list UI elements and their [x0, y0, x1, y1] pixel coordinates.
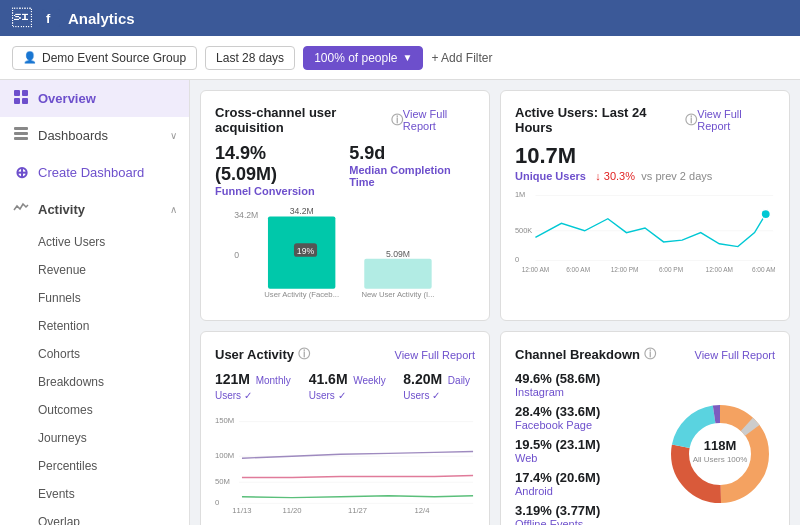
user-activity-header: User Activity ⓘ View Full Report [215, 346, 475, 363]
unique-users-label: Unique Users [515, 170, 586, 182]
sidebar-sub-item-revenue[interactable]: Revenue [0, 256, 189, 284]
user-activity-metrics: 121M Monthly Users ✓ 41.6M Weekly Users … [215, 371, 475, 402]
sidebar-sub-item-cohorts[interactable]: Cohorts [0, 340, 189, 368]
svg-text:All Users 100%: All Users 100% [693, 455, 748, 464]
date-range-button[interactable]: Last 28 days [205, 46, 295, 70]
info-icon-active: ⓘ [685, 112, 697, 129]
svg-text:11/27: 11/27 [348, 506, 367, 515]
sidebar-sub-item-events[interactable]: Events [0, 480, 189, 508]
change-value: ↓ 30.3% [595, 170, 635, 182]
active-users-card: Active Users: Last 24 Hours ⓘ View Full … [500, 90, 790, 321]
channel-breakdown-card: Channel Breakdown ⓘ View Full Report 49.… [500, 331, 790, 525]
sidebar-item-activity[interactable]: Activity ∧ [0, 191, 189, 228]
sidebar-sub-item-journeys[interactable]: Journeys [0, 424, 189, 452]
dashboards-icon [12, 126, 30, 145]
monthly-users-value: 121M [215, 371, 250, 387]
active-users-view-full[interactable]: View Full Report [697, 108, 775, 132]
sidebar-item-dashboards-label: Dashboards [38, 128, 108, 143]
donut-chart-wrap: 118M All Users 100% [665, 371, 775, 525]
svg-text:150M: 150M [215, 417, 234, 426]
svg-rect-3 [22, 90, 28, 96]
weekly-users-metric: 41.6M Weekly Users ✓ [309, 371, 388, 402]
sidebar-sub-item-outcomes[interactable]: Outcomes [0, 396, 189, 424]
svg-rect-5 [22, 98, 28, 104]
instagram-label: Instagram [515, 386, 655, 398]
breakdown-content: 49.6% (58.6M) Instagram 28.4% (33.6M) Fa… [515, 371, 775, 525]
facebook-icon:  [12, 7, 32, 30]
median-time-value: 5.9d [349, 143, 475, 164]
sidebar-item-activity-label: Activity [38, 202, 85, 217]
svg-text:12:00 AM: 12:00 AM [522, 266, 549, 273]
svg-text:118M: 118M [704, 438, 737, 453]
top-nav:  f Analytics [0, 0, 800, 36]
sidebar: Overview Dashboards ∨ ⊕ Create Dashboard… [0, 80, 190, 525]
channel-breakdown-view-full[interactable]: View Full Report [695, 349, 776, 361]
sidebar-sub-item-funnels[interactable]: Funnels [0, 284, 189, 312]
svg-text:12:00 AM: 12:00 AM [706, 266, 733, 273]
svg-text:1M: 1M [515, 190, 525, 199]
sidebar-item-create-dashboard[interactable]: ⊕ Create Dashboard [0, 154, 189, 191]
svg-rect-13 [364, 259, 431, 289]
cross-channel-view-full[interactable]: View Full Report [403, 108, 475, 132]
activity-icon [12, 200, 30, 219]
breakdown-item-web: 19.5% (23.1M) Web [515, 437, 655, 464]
info-icon: ⓘ [391, 112, 403, 129]
sidebar-sub-item-retention[interactable]: Retention [0, 312, 189, 340]
android-label: Android [515, 485, 655, 497]
sidebar-sub-item-percentiles[interactable]: Percentiles [0, 452, 189, 480]
svg-rect-6 [14, 127, 28, 130]
source-group-button[interactable]: 👤 Demo Event Source Group [12, 46, 197, 70]
svg-rect-4 [14, 98, 20, 104]
nav-title: Analytics [68, 10, 135, 27]
android-pct: 17.4% (20.6M) [515, 470, 655, 485]
breakdown-item-offline: 3.19% (3.77M) Offline Events [515, 503, 655, 525]
people-filter-label: 100% of people [314, 51, 397, 65]
offline-label: Offline Events [515, 518, 655, 525]
svg-text:6:00 AM: 6:00 AM [752, 266, 775, 273]
sidebar-sub-item-breakdowns[interactable]: Breakdowns [0, 368, 189, 396]
daily-users-value: 8.20M [403, 371, 442, 387]
create-dashboard-icon: ⊕ [12, 163, 30, 182]
web-label: Web [515, 452, 655, 464]
user-activity-title: User Activity ⓘ [215, 346, 310, 363]
svg-rect-7 [14, 132, 28, 135]
svg-text:100M: 100M [215, 451, 234, 460]
svg-text:500K: 500K [515, 226, 532, 235]
active-users-big-stat: 10.7M [515, 143, 576, 168]
sidebar-item-overview-label: Overview [38, 91, 96, 106]
web-pct: 19.5% (23.1M) [515, 437, 655, 452]
sidebar-sub-item-active-users[interactable]: Active Users [0, 228, 189, 256]
svg-rect-2 [14, 90, 20, 96]
svg-text:6:00 PM: 6:00 PM [659, 266, 683, 273]
svg-text:19%: 19% [297, 246, 315, 256]
cross-channel-bar-chart: 34.2M 0 34.2M 5.09M 19% User Activity (F… [215, 203, 475, 303]
user-activity-card: User Activity ⓘ View Full Report 121M Mo… [200, 331, 490, 525]
source-group-label: Demo Event Source Group [42, 51, 186, 65]
svg-text:11/13: 11/13 [232, 506, 251, 515]
svg-text:0: 0 [215, 498, 219, 507]
sidebar-sub-item-overlap[interactable]: Overlap [0, 508, 189, 525]
content-area: Cross-channel user acquisition ⓘ View Fu… [190, 80, 800, 525]
svg-text:5.09M: 5.09M [386, 249, 410, 259]
facebook-logo-icon: f [42, 9, 60, 27]
active-users-stat: 10.7M [515, 143, 775, 169]
weekly-users-value: 41.6M [309, 371, 348, 387]
funnel-conversion-value: 14.9% (5.09M) [215, 143, 329, 185]
funnel-conversion-metric: 14.9% (5.09M) Funnel Conversion [215, 143, 329, 197]
cross-channel-header: Cross-channel user acquisition ⓘ View Fu… [215, 105, 475, 135]
sidebar-item-overview[interactable]: Overview [0, 80, 189, 117]
svg-text:12:00 PM: 12:00 PM [611, 266, 639, 273]
instagram-pct: 49.6% (58.6M) [515, 371, 655, 386]
people-filter-button[interactable]: 100% of people ▼ [303, 46, 423, 70]
sidebar-item-create-dashboard-label: Create Dashboard [38, 165, 144, 180]
filter-bar: 👤 Demo Event Source Group Last 28 days 1… [0, 36, 800, 80]
info-icon-cb: ⓘ [644, 346, 656, 363]
date-range-label: Last 28 days [216, 51, 284, 65]
sidebar-item-dashboards[interactable]: Dashboards ∨ [0, 117, 189, 154]
svg-text:New User Activity (I...: New User Activity (I... [361, 290, 434, 299]
svg-text:6:00 AM: 6:00 AM [566, 266, 590, 273]
user-activity-view-full[interactable]: View Full Report [395, 349, 476, 361]
svg-text:0: 0 [515, 255, 519, 264]
add-filter-button[interactable]: + Add Filter [431, 51, 492, 65]
breakdown-item-android: 17.4% (20.6M) Android [515, 470, 655, 497]
